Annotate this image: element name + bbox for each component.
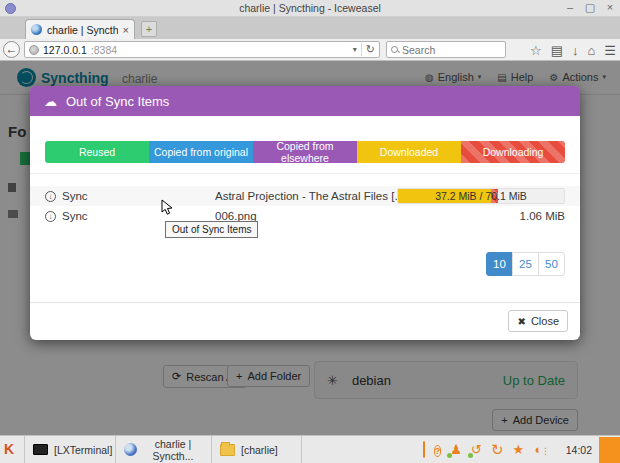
browser-globe-icon [124,443,137,456]
legend-copied-original-button[interactable]: Copied from original [149,141,253,163]
screen: charlie | Syncthing - Iceweasel – ▢ × ch… [0,0,620,463]
window-close-button[interactable]: × [604,1,616,14]
tray-help-icon[interactable]: ? [434,445,442,457]
bookmarks-menu-icon[interactable]: ▤ [551,43,563,58]
tab-bar: charlie | Syncthing × + [0,17,620,39]
tray-sync-icon[interactable]: ↻ [491,442,504,457]
tray-user-icon[interactable]: ♟ [450,443,462,456]
url-port: :8384 [91,44,117,56]
search-icon [391,46,399,54]
modal-footer: ✖ Close [30,302,580,340]
tray-display-icon[interactable] [423,441,425,458]
out-of-sync-modal: ☁ Out of Sync Items Reused Copied from o… [30,86,580,340]
search-bar[interactable] [386,41,506,58]
terminal-icon [33,444,48,455]
reload-icon[interactable]: ↻ [366,43,375,56]
legend-copied-elsewhere-button[interactable]: Copied from elsewhere [253,141,357,163]
taskbar-item-browser[interactable]: charlie | Syncth... [116,436,212,463]
legend-downloaded-button[interactable]: Downloaded [357,141,461,163]
tray-update-icon[interactable]: ↺ [471,443,482,456]
browser-toolbar: ← 127.0.0.1 :8384 ▾ ↻ ☆ ▤ ↓ ⌂ ☰ [0,39,620,61]
mouse-cursor [161,199,173,216]
tray-volume-icon[interactable]: ◖⋮ [533,443,550,456]
sync-arrow-icon: ↓ [45,211,56,222]
tab-close-icon[interactable]: × [123,24,129,36]
cloud-download-icon: ☁ [44,94,57,109]
back-button[interactable]: ← [3,41,20,58]
taskbar: K [LXTerminal] charlie | Syncth... [char… [0,435,620,463]
pagination: 10 25 50 [45,252,565,276]
sync-arrow-icon: ↓ [45,191,56,202]
page-viewport: Syncthing charlie ◍ English ▾ ▤ Help ⚙ A… [0,61,620,435]
home-icon[interactable]: ⌂ [587,43,595,58]
status-dot [468,453,473,458]
out-of-sync-table: ↓ Sync Astral Projection - The Astral Fi… [30,186,580,226]
status-dot [447,453,452,458]
table-row: ↓ Sync 006.png 1.06 MiB [30,206,580,226]
divider [361,43,362,56]
search-input[interactable] [402,44,492,56]
modal-header: ☁ Out of Sync Items [30,86,580,116]
page-size-50-button[interactable]: 50 [538,252,565,276]
site-identity-icon[interactable] [29,45,39,55]
legend-bar: Reused Copied from original Copied from … [45,141,565,163]
close-button-label: Close [531,315,559,327]
tooltip: Out of Sync Items [165,221,258,238]
legend-downloading-button[interactable]: Downloading [461,141,565,163]
taskbar-clock: 14:02 [566,444,592,456]
browser-tab[interactable]: charlie | Syncthing × [25,19,135,39]
tab-title: charlie | Syncthing [47,24,118,36]
tray-favorites-icon[interactable]: ★ [512,443,524,456]
url-host: 127.0.0.1 [43,44,87,56]
folder-icon [220,444,235,456]
maximize-button[interactable]: ▢ [584,1,596,14]
row-action-label: Sync [62,210,88,222]
legend-reused-button[interactable]: Reused [45,141,149,163]
hamburger-menu-icon[interactable]: ☰ [604,43,616,58]
close-x-icon: ✖ [517,316,525,327]
row-action-label: Sync [62,190,88,202]
modal-title: Out of Sync Items [66,94,169,109]
url-dropdown-caret-icon[interactable]: ▾ [353,45,357,54]
orange-panel-button[interactable] [599,437,620,463]
start-menu-button[interactable]: K [4,441,14,457]
close-button[interactable]: ✖ Close [508,310,568,332]
system-tray: ? ♟ ↺ ↻ ★ ◖⋮ [423,436,550,463]
url-bar[interactable]: 127.0.0.1 :8384 ▾ ↻ [24,41,380,58]
page-size-25-button[interactable]: 25 [512,252,539,276]
row-file-name: Astral Projection - The Astral Files [..… [215,190,397,202]
taskbar-item-label: charlie | Syncth... [143,438,203,462]
taskbar-item-label: [charlie] [241,444,278,456]
taskbar-item-file-manager[interactable]: [charlie] [212,436,302,463]
page-size-10-button[interactable]: 10 [486,252,513,276]
row-file-size: 1.06 MiB [397,210,565,222]
tab-favicon-icon [31,24,42,35]
taskbar-item-lxterminal[interactable]: [LXTerminal] [24,436,116,463]
divider [30,173,580,174]
progress-bar: 37.2 MiB / 70.1 MiB [397,188,565,204]
minimize-button[interactable]: – [564,1,576,14]
bookmark-star-icon[interactable]: ☆ [530,43,542,58]
table-row: ↓ Sync Astral Projection - The Astral Fi… [30,186,580,206]
downloads-icon[interactable]: ↓ [572,43,579,58]
window-titlebar: charlie | Syncthing - Iceweasel – ▢ × [0,0,620,17]
window-title: charlie | Syncthing - Iceweasel [0,2,620,14]
progress-text: 37.2 MiB / 70.1 MiB [398,189,564,203]
new-tab-button[interactable]: + [141,21,157,37]
taskbar-item-label: [LXTerminal] [54,444,112,456]
